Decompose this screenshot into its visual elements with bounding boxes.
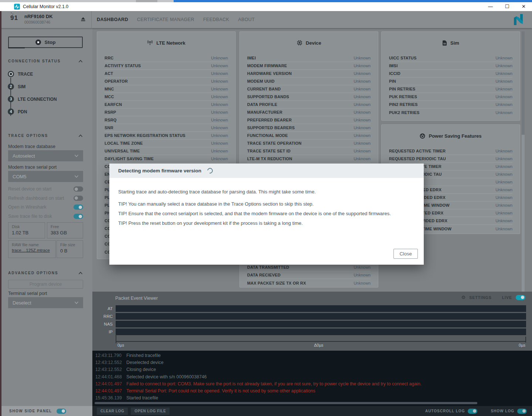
log-panel: 12:43:11.790Finished tracefile12:43:12.5… xyxy=(92,351,532,406)
toggle-refresh-dashboard-on-start[interactable] xyxy=(74,196,83,201)
table-row: CURRENT BANDUnknown xyxy=(247,85,371,93)
chevron-down-icon xyxy=(74,301,79,304)
navbar: 91 nRF9160 DK 000960038746 DASHBOARDCERT… xyxy=(0,11,532,28)
event-lane-nas: NAS xyxy=(92,321,526,327)
main-vertical-scrollbar[interactable] xyxy=(522,31,525,292)
advanced-options-header[interactable]: ADVANCED OPTIONS xyxy=(8,271,83,275)
dialog-header: Detecting modem firmware version xyxy=(109,164,424,178)
field-value: Unknown xyxy=(495,227,512,231)
table-row: HARDWARE VERSIONUnknown xyxy=(247,70,371,78)
dialog-body: Starting trace and auto-detecting trace … xyxy=(109,178,424,228)
log-horizontal-scrollbar[interactable] xyxy=(95,402,477,404)
maximize-button[interactable]: ☐ xyxy=(499,2,515,11)
device-selector[interactable]: 91 nRF9160 DK 000960038746 xyxy=(0,11,92,28)
field-label: PIN RETRIES xyxy=(389,87,415,91)
clear-log-button[interactable]: CLEAR LOG xyxy=(97,408,128,415)
close-dialog-button[interactable]: Close xyxy=(393,249,418,259)
field-label: DATA TRANSMITTED xyxy=(247,265,289,269)
field-value: Unknown xyxy=(354,273,371,277)
tab-about[interactable]: ABOUT xyxy=(238,17,255,22)
stat-label: RAW file name xyxy=(12,243,52,247)
field-label: ICCID xyxy=(389,71,400,76)
dialog-tip: TIP! Press the reset button on your deve… xyxy=(118,219,415,228)
show-log-toggle[interactable] xyxy=(517,409,527,414)
live-toggle[interactable] xyxy=(516,295,525,300)
lane-track[interactable] xyxy=(116,329,526,335)
autoscroll-log-toggle[interactable] xyxy=(468,409,477,414)
raw-file-link[interactable]: trace....125Z.mtrace xyxy=(12,248,52,252)
toggle-reset-device-on-start[interactable] xyxy=(74,186,83,192)
log-entry: 12:44:01.497Terminal Serial Port: Port c… xyxy=(92,388,532,395)
close-window-button[interactable]: ✕ xyxy=(515,2,532,11)
event-lane-at: AT xyxy=(92,305,526,312)
field-value: Unknown xyxy=(495,164,512,169)
log-entry: 12:43:11.790Finished tracefile xyxy=(92,352,532,359)
toggle-label: Open in Wireshark xyxy=(8,204,47,210)
stop-button[interactable]: Stop xyxy=(8,37,83,48)
terminal-serial-port-select[interactable]: Deselect xyxy=(8,297,83,308)
table-row: UICC STATUSUnknown xyxy=(389,54,512,62)
terminal-serial-port-label: Terminal serial port xyxy=(8,291,47,296)
tab-feedback[interactable]: FEEDBACK xyxy=(203,17,229,22)
field-value: Unknown xyxy=(495,195,512,200)
minimize-button[interactable]: — xyxy=(482,2,499,11)
nav-tabs: DASHBOARDCERTIFICATE MANAGERFEEDBACKABOU… xyxy=(97,11,255,28)
table-row: PINUnknown xyxy=(389,78,512,85)
field-value: Unknown xyxy=(354,149,371,153)
field-label: SUPPORTED BANDS xyxy=(247,94,289,99)
field-label: REQUESTED ACTIVE TIMER xyxy=(389,149,446,153)
trace-progress-bar xyxy=(8,47,25,48)
packet-event-viewer: Packet Event Viewer ⚙ SETTINGS LIVE ATRR… xyxy=(92,292,532,351)
toggle-save-trace-file-to-disk[interactable] xyxy=(74,214,83,219)
table-row: SUPPORTED BANDSUnknown xyxy=(247,93,371,101)
eject-device-icon[interactable] xyxy=(80,16,86,22)
toggle-open-in-wireshark[interactable] xyxy=(74,204,83,210)
chevron-up-icon xyxy=(78,272,83,275)
device-serial: 000960038746 xyxy=(24,20,50,24)
modem-trace-database-select[interactable]: Autoselect xyxy=(8,150,83,161)
scrollbar-thumb[interactable] xyxy=(522,31,525,135)
field-label: PIN2 RETRIES xyxy=(389,102,418,107)
trace-options-header[interactable]: TRACE OPTIONS xyxy=(8,134,83,138)
stat-value: 383 GB xyxy=(51,230,79,235)
stat-free: Free383 GB xyxy=(47,222,83,238)
settings-button[interactable]: SETTINGS xyxy=(469,295,492,300)
log-timestamp: 15:45:36.139 xyxy=(92,395,126,402)
lane-label: NAS xyxy=(92,321,113,327)
chevron-down-icon xyxy=(74,154,79,157)
field-label: HARDWARE VERSION xyxy=(247,71,292,76)
field-label: MANUFACTURER xyxy=(247,110,282,114)
card-title: LTE Network xyxy=(156,40,185,46)
dialog-paragraph: Starting trace and auto-detecting trace … xyxy=(118,189,415,195)
step-marker: 4 xyxy=(8,109,14,115)
connection-status-header[interactable]: CONNECTION STATUS xyxy=(8,59,83,63)
show-side-panel-toggle[interactable] xyxy=(57,409,66,414)
stat-label: Free xyxy=(51,224,79,229)
lane-track[interactable] xyxy=(116,313,526,320)
field-label: UICC STATUS xyxy=(389,56,417,60)
packet-event-viewer-controls: ⚙ SETTINGS LIVE xyxy=(461,295,525,300)
field-value: Unknown xyxy=(495,203,512,207)
table-row: IMSIUnknown xyxy=(389,62,512,70)
field-value: Unknown xyxy=(354,110,371,114)
tab-dashboard[interactable]: DASHBOARD xyxy=(97,17,128,22)
field-value: Unknown xyxy=(211,133,228,138)
lane-track[interactable] xyxy=(116,305,526,312)
table-row: PIN2 RETRIESUnknown xyxy=(389,101,512,109)
table-row: FUNCTIONAL MODEUnknown xyxy=(247,132,371,140)
table-row: PIN RETRIESUnknown xyxy=(389,85,512,93)
table-row: RSRPUnknown xyxy=(105,109,228,116)
program-device-button[interactable]: Program device xyxy=(8,280,83,289)
field-value: Unknown xyxy=(211,79,228,83)
modem-trace-serial-port-label: Modem trace serial port xyxy=(8,165,57,170)
modem-trace-serial-port-select[interactable]: COM5 xyxy=(8,171,83,182)
field-label: PUK2 RETRIES xyxy=(389,110,419,115)
table-row: TRACE STATE OPERATIONUnknown xyxy=(247,140,371,147)
tab-certificate-manager[interactable]: CERTIFICATE MANAGER xyxy=(137,17,194,22)
table-row: IMEIUnknown xyxy=(247,54,371,62)
lane-label: IP xyxy=(92,329,113,335)
field-label: EPS NETWORK REGISTRATION STATUS xyxy=(105,133,185,138)
lane-track[interactable] xyxy=(116,321,526,327)
toggle-row-open-in-wireshark: Open in Wireshark xyxy=(8,204,83,210)
open-log-file-button[interactable]: OPEN LOG FILE xyxy=(131,408,170,415)
